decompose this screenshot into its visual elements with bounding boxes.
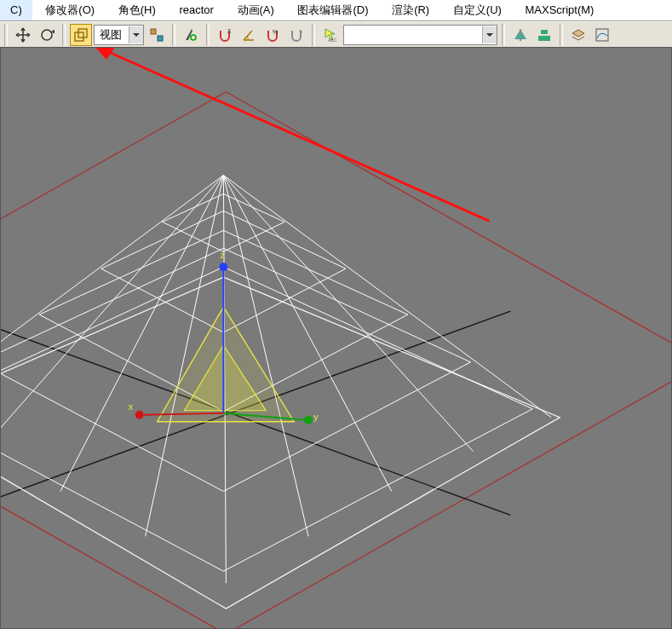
curve-editor-icon bbox=[594, 27, 610, 43]
svg-point-28 bbox=[135, 411, 144, 419]
toolbar-separator bbox=[4, 24, 8, 46]
chevron-down-icon bbox=[129, 26, 143, 43]
chevron-down-icon bbox=[482, 26, 497, 43]
angle-snap-toggle-button[interactable] bbox=[238, 24, 260, 46]
mirror-icon bbox=[513, 27, 528, 43]
svg-rect-4 bbox=[158, 36, 163, 41]
percent-snap-toggle-button[interactable]: % bbox=[261, 24, 284, 46]
svg-point-26 bbox=[219, 263, 227, 271]
svg-text:%: % bbox=[273, 29, 278, 35]
perspective-viewport[interactable]: z x y bbox=[0, 47, 672, 629]
home-grid-boundary bbox=[1, 92, 671, 628]
menu-item-graph-editors[interactable]: 图表编辑器(D) bbox=[287, 0, 378, 20]
use-pivot-point-center-button[interactable] bbox=[146, 24, 168, 46]
align-button[interactable] bbox=[533, 24, 555, 46]
toolbar-separator bbox=[312, 24, 315, 46]
gizmo-y-label: y bbox=[313, 412, 319, 422]
spinner-snap-toggle-button[interactable] bbox=[285, 24, 307, 46]
svg-rect-10 bbox=[541, 30, 548, 34]
svg-line-31 bbox=[103, 49, 490, 221]
percent-snap-icon: % bbox=[265, 27, 280, 43]
annotation-arrow bbox=[95, 48, 490, 221]
manipulate-icon bbox=[183, 27, 198, 43]
menu-item-c-fragment[interactable]: C) bbox=[0, 0, 32, 20]
toolbar-separator bbox=[560, 24, 563, 46]
svg-text:3: 3 bbox=[227, 28, 231, 34]
align-icon bbox=[537, 27, 552, 43]
select-and-rotate-button[interactable] bbox=[36, 24, 58, 46]
menu-item-reactor[interactable]: reactor bbox=[169, 0, 223, 20]
toolbar-separator bbox=[172, 24, 175, 46]
svg-rect-2 bbox=[78, 29, 87, 38]
svg-rect-1 bbox=[75, 32, 83, 41]
select-and-manipulate-button[interactable] bbox=[180, 24, 202, 46]
menu-item-rendering[interactable]: 渲染(R) bbox=[382, 0, 439, 20]
gizmo-x-label: x bbox=[129, 401, 134, 412]
svg-text:ABC: ABC bbox=[328, 38, 337, 43]
angle-snap-icon bbox=[241, 27, 256, 43]
spinner-snap-icon bbox=[289, 27, 304, 43]
pyramid-object-wireframe bbox=[1, 176, 560, 609]
main-toolbar: 视图 3 % ABC bbox=[0, 21, 672, 49]
toolbar-separator bbox=[206, 24, 210, 46]
menu-item-modifiers[interactable]: 修改器(O) bbox=[35, 0, 105, 20]
edit-named-selection-sets-button[interactable]: ABC bbox=[319, 24, 342, 46]
move-icon bbox=[15, 27, 31, 43]
select-and-scale-button[interactable] bbox=[70, 24, 92, 46]
svg-rect-3 bbox=[151, 29, 156, 34]
viewport-canvas: z x y bbox=[1, 48, 671, 628]
gizmo-z-label: z bbox=[220, 250, 225, 260]
menu-item-maxscript[interactable]: MAXScript(M) bbox=[515, 0, 605, 20]
snap-toggle-button[interactable]: 3 bbox=[214, 24, 236, 46]
reference-coordinate-system-dropdown[interactable]: 视图 bbox=[94, 25, 144, 45]
menu-bar: C) 修改器(O) 角色(H) reactor 动画(A) 图表编辑器(D) 渲… bbox=[0, 0, 672, 21]
menu-item-character[interactable]: 角色(H) bbox=[108, 0, 166, 20]
svg-point-30 bbox=[304, 416, 313, 424]
layers-icon bbox=[571, 27, 586, 43]
svg-point-0 bbox=[42, 30, 52, 40]
toolbar-separator bbox=[62, 24, 66, 46]
menu-item-customize[interactable]: 自定义(U) bbox=[443, 0, 512, 20]
svg-rect-9 bbox=[538, 36, 550, 41]
named-selection-sets-dropdown[interactable] bbox=[343, 25, 497, 45]
toolbar-separator bbox=[502, 24, 505, 46]
svg-line-22 bbox=[223, 176, 551, 418]
scale-icon bbox=[73, 27, 89, 43]
pivot-center-icon bbox=[149, 27, 164, 43]
snap-icon: 3 bbox=[217, 27, 233, 43]
mirror-button[interactable] bbox=[509, 24, 531, 46]
select-and-move-button[interactable] bbox=[12, 24, 34, 46]
rotate-icon bbox=[39, 27, 55, 43]
scale-gizmo[interactable]: z x y bbox=[129, 250, 319, 424]
menu-item-animation[interactable]: 动画(A) bbox=[227, 0, 284, 20]
selection-set-icon: ABC bbox=[323, 27, 338, 43]
svg-point-5 bbox=[191, 35, 196, 40]
layer-manager-button[interactable] bbox=[567, 24, 589, 46]
curve-editor-button[interactable] bbox=[591, 24, 613, 46]
reference-coordinate-system-value: 视图 bbox=[95, 27, 129, 43]
